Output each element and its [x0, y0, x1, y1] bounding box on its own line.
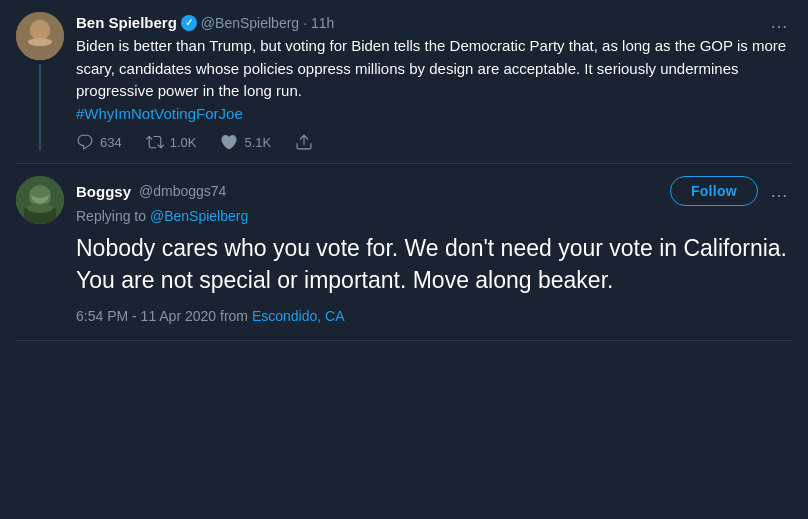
original-display-name: Ben Spielberg	[76, 14, 177, 31]
reply-tweet-content: Boggsy @dmboggs74 Follow … Replying to @…	[76, 176, 792, 328]
reply-header-right: Follow …	[670, 176, 792, 206]
original-tweet-text: Biden is better than Trump, but voting f…	[76, 35, 792, 125]
reply-action[interactable]: 634	[76, 133, 122, 151]
more-options-icon[interactable]: …	[766, 12, 792, 33]
from-label: from	[220, 308, 248, 324]
hashtag-link[interactable]: #WhyImNotVotingForJoe	[76, 105, 243, 122]
original-user-info: Ben Spielberg ✓ @BenSpielberg · 11h	[76, 14, 334, 31]
like-count: 5.1K	[244, 135, 271, 150]
tweet-actions: 634 1.0K 5.1K	[76, 133, 792, 151]
retweet-action[interactable]: 1.0K	[146, 133, 197, 151]
svg-point-11	[30, 186, 50, 198]
verified-icon: ✓	[181, 15, 197, 31]
location-link[interactable]: Escondido, CA	[252, 308, 345, 324]
original-tweet-header: Ben Spielberg ✓ @BenSpielberg · 11h …	[76, 12, 792, 33]
svg-point-5	[28, 38, 52, 46]
thread-line	[39, 64, 41, 151]
replying-to-user-link[interactable]: @BenSpielberg	[150, 208, 248, 224]
follow-button[interactable]: Follow	[670, 176, 758, 206]
reply-count: 634	[100, 135, 122, 150]
original-timestamp: 11h	[311, 15, 334, 31]
tweet-footer: 6:54 PM - 11 Apr 2020 from Escondido, CA	[76, 308, 792, 328]
like-action[interactable]: 5.1K	[220, 133, 271, 151]
reply-icon	[76, 133, 94, 151]
reply-tweet-header: Boggsy @dmboggs74 Follow …	[76, 176, 792, 206]
like-icon	[220, 133, 238, 151]
retweet-icon	[146, 133, 164, 151]
reply-tweet: Boggsy @dmboggs74 Follow … Replying to @…	[16, 164, 792, 341]
tweet-date: 11 Apr 2020	[141, 308, 217, 324]
original-tweet: Ben Spielberg ✓ @BenSpielberg · 11h … Bi…	[16, 12, 792, 164]
reply-more-options-icon[interactable]: …	[766, 181, 792, 202]
reply-user-info: Boggsy @dmboggs74	[76, 182, 226, 200]
dm-action[interactable]	[295, 133, 313, 151]
tweet-container: Ben Spielberg ✓ @BenSpielberg · 11h … Bi…	[0, 0, 808, 341]
reply-tweet-left	[16, 176, 64, 328]
svg-point-9	[27, 203, 53, 213]
reply-tweet-text: Nobody cares who you vote for. We don't …	[76, 232, 792, 296]
reply-display-name: Boggsy	[76, 183, 131, 200]
dm-icon	[295, 133, 313, 151]
avatar	[16, 12, 64, 60]
reply-username: @dmboggs74	[139, 183, 226, 199]
footer-separator: -	[132, 308, 137, 324]
tweet-time: 6:54 PM	[76, 308, 128, 324]
original-username: @BenSpielberg	[201, 15, 299, 31]
original-tweet-left	[16, 12, 64, 151]
replying-to: Replying to @BenSpielberg	[76, 208, 792, 224]
boggsy-avatar	[16, 176, 64, 224]
svg-point-3	[30, 20, 50, 40]
original-tweet-content: Ben Spielberg ✓ @BenSpielberg · 11h … Bi…	[76, 12, 792, 151]
separator: ·	[303, 15, 307, 31]
retweet-count: 1.0K	[170, 135, 197, 150]
